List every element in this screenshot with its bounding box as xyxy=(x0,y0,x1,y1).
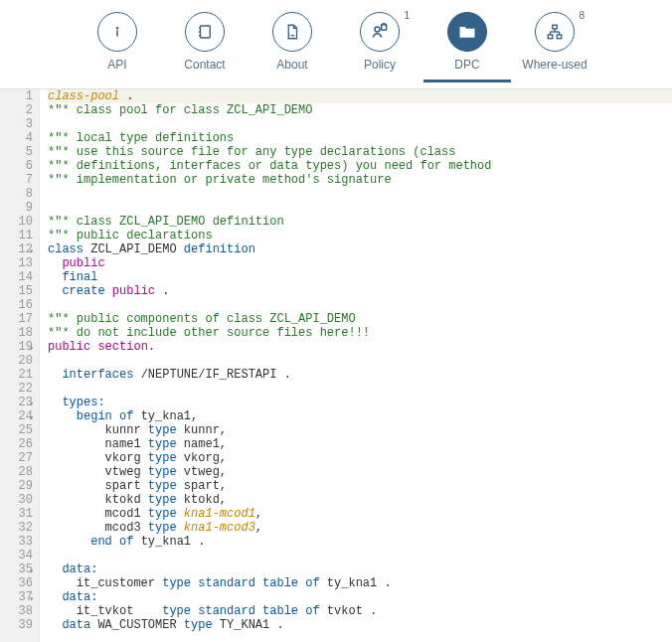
gutter-line: 26 xyxy=(0,437,33,451)
code-line[interactable]: mcod3 type kna1-mcod3, xyxy=(48,521,672,535)
code-line[interactable]: begin of ty_kna1, xyxy=(48,409,672,423)
code-line[interactable] xyxy=(48,354,672,368)
gutter-line: 31 xyxy=(0,507,33,521)
gutter-line: 36 xyxy=(0,576,33,590)
code-line[interactable]: end of ty_kna1 . xyxy=(48,535,672,549)
code-line[interactable]: public xyxy=(48,256,672,270)
gutter-line: 5 xyxy=(0,145,33,159)
svg-rect-11 xyxy=(557,35,562,39)
gutter-line: 24▾ xyxy=(0,409,33,423)
document-icon xyxy=(272,12,312,52)
code-line[interactable]: mcod1 type kna1-mcod1, xyxy=(48,507,672,521)
code-line[interactable]: spart type spart, xyxy=(48,479,672,493)
code-line[interactable]: final xyxy=(48,270,672,284)
tab-dpc[interactable]: DPC xyxy=(423,8,511,82)
gutter-line: 12▾ xyxy=(0,242,33,256)
gutter-line: 20 xyxy=(0,354,33,368)
tab-label: About xyxy=(276,58,307,72)
code-line[interactable]: *"* do not include other source files he… xyxy=(48,326,672,340)
gutter-line: 21 xyxy=(0,368,33,382)
tab-label: API xyxy=(107,58,126,72)
gutter-line: 27 xyxy=(0,451,33,465)
gutter-line: 14 xyxy=(0,270,33,284)
code-line[interactable]: it_customer type standard table of ty_kn… xyxy=(48,576,672,590)
code-line[interactable]: public section. xyxy=(48,340,672,354)
code-line[interactable] xyxy=(48,201,672,215)
tab-where-used[interactable]: 8Where-used xyxy=(511,8,598,80)
tab-about[interactable]: About xyxy=(249,8,336,80)
code-line[interactable]: create public . xyxy=(48,284,672,298)
folder-icon xyxy=(447,12,487,52)
gutter-line: 34 xyxy=(0,549,33,562)
code-line[interactable]: data: xyxy=(48,590,672,604)
tab-badge: 1 xyxy=(404,10,410,21)
code-line[interactable]: vkorg type vkorg, xyxy=(48,451,672,465)
gutter-line: 10 xyxy=(0,215,33,229)
gutter-line: 38 xyxy=(0,604,33,618)
tab-label: Where-used xyxy=(522,58,587,72)
gutter-line: 1 xyxy=(0,89,33,103)
gutter-line: 4 xyxy=(0,131,33,145)
gutter-line: 6 xyxy=(0,159,33,173)
code-line[interactable]: interfaces /NEPTUNE/IF_RESTAPI . xyxy=(48,368,672,382)
code-line[interactable]: class-pool . xyxy=(48,89,672,103)
code-line[interactable]: ktokd type ktokd, xyxy=(48,493,672,507)
svg-point-0 xyxy=(116,28,117,29)
code-line[interactable]: *"* class pool for class ZCL_API_DEMO xyxy=(48,103,672,117)
gutter-line: 3 xyxy=(0,117,33,131)
gutter-line: 15 xyxy=(0,284,33,298)
code-line[interactable]: *"* class ZCL_API_DEMO definition xyxy=(48,215,672,229)
code-line[interactable]: *"* public components of class ZCL_API_D… xyxy=(48,312,672,326)
svg-rect-9 xyxy=(553,25,558,29)
gutter-line: 19▾ xyxy=(0,340,33,354)
code-line[interactable]: *"* public declarations xyxy=(48,229,672,242)
code-line[interactable]: *"* use this source file for any type de… xyxy=(48,145,672,159)
tabbar: APIContactAbout1PolicyDPC8Where-used xyxy=(0,0,672,89)
code-line[interactable]: *"* local type definitions xyxy=(48,131,672,145)
gutter-line: 37▾ xyxy=(0,590,33,604)
code-line[interactable]: class ZCL_API_DEMO definition xyxy=(48,242,672,256)
hierarchy-icon xyxy=(535,12,575,52)
svg-rect-10 xyxy=(548,35,553,39)
line-gutter: 123456789101112▾13141516171819▾20212223▾… xyxy=(0,89,40,642)
gutter-line: 7 xyxy=(0,173,33,187)
code-line[interactable]: types: xyxy=(48,396,672,409)
code-line[interactable]: vtweg type vtweg, xyxy=(48,465,672,479)
tab-policy[interactable]: 1Policy xyxy=(336,8,423,80)
tab-contact[interactable]: Contact xyxy=(161,8,249,80)
code-line[interactable] xyxy=(48,117,672,131)
code-line[interactable]: *"* definitions, interfaces or data type… xyxy=(48,159,672,173)
tab-label: DPC xyxy=(454,58,479,72)
code-line[interactable]: it_tvkot type standard table of tvkot . xyxy=(48,604,672,618)
code-line[interactable]: data: xyxy=(48,562,672,576)
gutter-line: 33 xyxy=(0,535,33,549)
code-area[interactable]: class-pool .*"* class pool for class ZCL… xyxy=(40,89,672,642)
gutter-line: 23▾ xyxy=(0,396,33,409)
gutter-line: 39 xyxy=(0,618,33,632)
gutter-line: 25 xyxy=(0,423,33,437)
gutter-line: 17 xyxy=(0,312,33,326)
gutter-line: 29 xyxy=(0,479,33,493)
gutter-line: 9 xyxy=(0,201,33,215)
code-editor[interactable]: 123456789101112▾13141516171819▾20212223▾… xyxy=(0,89,672,642)
code-line[interactable] xyxy=(48,298,672,312)
code-line[interactable] xyxy=(48,382,672,396)
code-line[interactable] xyxy=(48,187,672,201)
code-line[interactable]: data WA_CUSTOMER type TY_KNA1 . xyxy=(48,618,672,632)
svg-rect-2 xyxy=(201,26,211,38)
tab-label: Policy xyxy=(364,58,396,72)
code-line[interactable]: kunnr type kunnr, xyxy=(48,423,672,437)
code-line[interactable] xyxy=(48,549,672,562)
gutter-line: 2 xyxy=(0,103,33,117)
gutter-line: 16 xyxy=(0,298,33,312)
gutter-line: 35▾ xyxy=(0,562,33,576)
code-line[interactable]: name1 type name1, xyxy=(48,437,672,451)
gutter-line: 13 xyxy=(0,256,33,270)
tab-api[interactable]: API xyxy=(74,8,161,80)
gutter-line: 11 xyxy=(0,229,33,242)
contact-icon xyxy=(185,12,225,52)
gutter-line: 22 xyxy=(0,382,33,396)
policy-icon xyxy=(360,12,400,52)
code-line[interactable]: *"* implementation or private method's s… xyxy=(48,173,672,187)
info-icon xyxy=(97,12,137,52)
